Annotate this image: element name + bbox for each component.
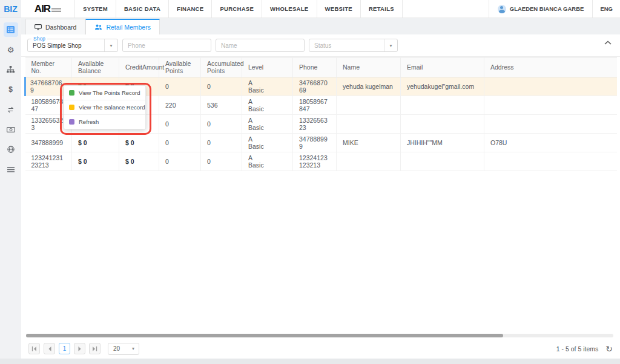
tab-retail-members[interactable]: Retail Members <box>85 19 160 34</box>
cell-address <box>484 96 618 115</box>
context-menu-item-refresh[interactable]: Refresh <box>64 115 145 129</box>
biz-logo[interactable]: BIZ <box>0 0 21 18</box>
menu-item-label: Refresh <box>79 119 99 125</box>
previous-page-button[interactable] <box>44 343 55 354</box>
column-header[interactable]: Level <box>242 57 293 77</box>
settings-gear-icon[interactable]: ⚙ <box>4 42 18 57</box>
status-select[interactable]: Status ▾ <box>309 39 398 52</box>
cell-address <box>484 77 618 96</box>
cell-level: A Basic <box>242 134 293 152</box>
column-header[interactable]: Available Points <box>159 57 201 77</box>
cell-phone: 347888999 <box>293 134 337 152</box>
org-chart-icon[interactable] <box>4 62 18 77</box>
column-header[interactable]: Member No. <box>25 57 72 77</box>
cell-email <box>401 115 484 134</box>
logo-fine-print <box>51 8 61 13</box>
air-brand-logo[interactable]: AIR <box>21 0 74 18</box>
cell-accumulated-points: 536 <box>201 96 242 115</box>
user-menu[interactable]: GLAEDEN BIANCA GARBE <box>489 0 593 18</box>
cell-email: yehudakugel"gmail.com <box>401 77 484 96</box>
cell-level: A Basic <box>242 77 293 96</box>
cell-address <box>484 152 618 171</box>
pagination-info: 1 - 5 of 5 items <box>556 345 598 353</box>
nav-item-website[interactable]: WEBSITE <box>317 0 360 18</box>
table-row[interactable]: 12324123123213$ 0$ 000A Basic12324123123… <box>25 152 618 171</box>
cell-name <box>337 96 401 115</box>
cell-credit-amount: $ 0 <box>119 152 159 171</box>
monitor-icon <box>35 24 42 30</box>
workspace-tabbar: Dashboard Retail Members <box>21 18 620 34</box>
cell-available-points: 0 <box>159 77 201 96</box>
tab-retail-members-label: Retail Members <box>106 24 151 31</box>
cell-email <box>401 96 484 115</box>
nav-item-wholesale[interactable]: WHOLESALE <box>262 0 316 18</box>
shop-select-value: POS Simple Shop <box>28 42 104 49</box>
cell-level: A Basic <box>242 152 293 171</box>
column-header[interactable]: Available Balance <box>72 57 119 77</box>
cell-address <box>484 115 618 134</box>
column-header[interactable]: CreditAmount <box>119 57 159 77</box>
menu-hamburger-icon[interactable] <box>4 162 18 177</box>
column-header[interactable]: Accumulated Points <box>201 57 242 77</box>
table-row[interactable]: 347888999$ 0$ 000A Basic347888999MIKEJHI… <box>25 134 618 152</box>
menu-item-label: View The Points Record <box>79 89 140 96</box>
column-header[interactable]: Address <box>484 57 618 77</box>
cell-email <box>401 152 484 171</box>
scrollbar-thumb[interactable] <box>26 334 503 337</box>
context-menu-item-view-the-points-record[interactable]: View The Points Record <box>64 86 145 100</box>
nav-item-retails[interactable]: RETAILS <box>360 0 403 18</box>
status-select-placeholder: Status <box>309 42 384 49</box>
finance-dollar-icon[interactable]: $ <box>4 82 18 97</box>
retail-members-panel: Shop POS Simple Shop ▾ Status ▾ Member N… <box>21 34 620 359</box>
row-context-menu: View The Points RecordView The Balance R… <box>64 85 146 129</box>
transactions-repeat-icon[interactable] <box>4 102 18 117</box>
cell-email: JHIHIH""MM <box>401 134 484 152</box>
last-page-button[interactable] <box>89 343 101 354</box>
cell-phone: 1332656323 <box>293 115 337 134</box>
chevron-down-icon[interactable]: ▾ <box>104 39 117 51</box>
cell-accumulated-points: 0 <box>201 152 242 171</box>
web-globe-icon[interactable] <box>4 142 18 157</box>
filter-bar: Shop POS Simple Shop ▾ Status ▾ <box>21 34 620 57</box>
next-page-button[interactable] <box>74 343 85 354</box>
cell-phone: 3476687069 <box>293 77 337 96</box>
collapse-filters-chevron-up-icon[interactable] <box>604 41 612 45</box>
cell-member-no: 347888999 <box>25 134 72 152</box>
cell-phone: 18058967847 <box>293 96 337 115</box>
nav-item-basic-data[interactable]: BASIC DATA <box>116 0 168 18</box>
column-header[interactable]: Email <box>401 57 484 77</box>
list-view-icon[interactable] <box>4 22 18 37</box>
cell-name <box>337 152 401 171</box>
language-selector[interactable]: ENG <box>592 0 620 18</box>
cell-available-balance: $ 0 <box>72 134 119 152</box>
cell-available-points: 0 <box>159 115 201 134</box>
money-banknote-icon[interactable] <box>4 122 18 137</box>
current-page-button[interactable]: 1 <box>59 343 70 354</box>
nav-item-finance[interactable]: FINANCE <box>168 0 211 18</box>
nav-item-system[interactable]: SYSTEM <box>74 0 116 18</box>
tab-dashboard[interactable]: Dashboard <box>25 19 85 34</box>
column-header[interactable]: Name <box>337 57 401 77</box>
name-filter-input[interactable] <box>216 39 305 52</box>
column-header[interactable]: Phone <box>293 57 337 77</box>
users-group-icon <box>94 24 102 30</box>
shop-select-label: Shop <box>31 36 47 42</box>
menu-item-color-icon <box>69 119 74 125</box>
page-size-select[interactable]: 20 ▾ <box>108 343 139 355</box>
cell-address: O78U <box>484 134 618 152</box>
context-menu-item-view-the-balance-record[interactable]: View The Balance Record <box>64 100 145 115</box>
cell-name <box>337 115 401 134</box>
phone-filter-input[interactable] <box>122 39 211 52</box>
menu-item-color-icon <box>69 105 74 110</box>
chevron-down-icon[interactable]: ▾ <box>384 39 397 51</box>
air-logo-text: AIR <box>35 3 50 15</box>
first-page-button[interactable] <box>28 343 40 354</box>
user-avatar-icon <box>498 5 506 13</box>
nav-item-purchase[interactable]: PURCHASE <box>211 0 262 18</box>
cell-accumulated-points: 0 <box>201 77 242 96</box>
refresh-icon[interactable]: ↻ <box>605 345 613 353</box>
cell-phone: 12324123123213 <box>293 152 337 171</box>
cell-accumulated-points: 0 <box>201 134 242 152</box>
pagination-bar: 1 20 ▾ 1 - 5 of 5 items ↻ <box>21 339 620 359</box>
shop-select[interactable]: Shop POS Simple Shop ▾ <box>27 39 118 52</box>
